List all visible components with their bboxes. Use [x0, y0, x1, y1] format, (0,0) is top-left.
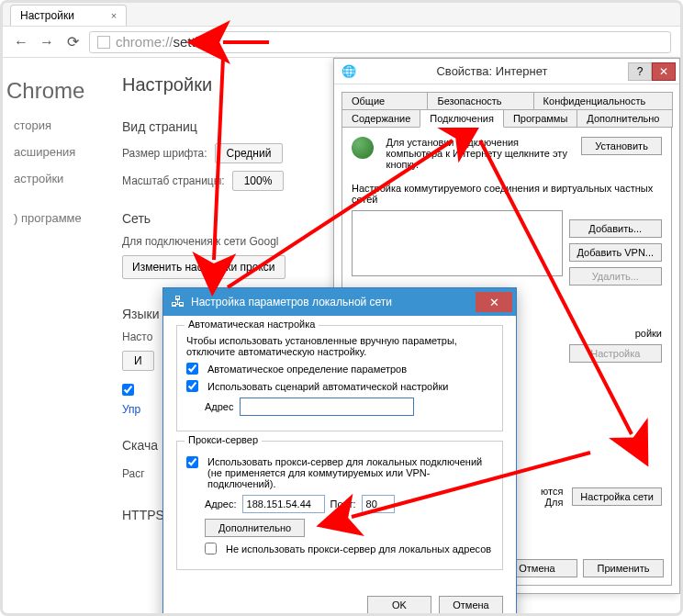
lan-ok-button[interactable]: OK: [367, 596, 431, 614]
tab-security[interactable]: Безопасность: [427, 92, 533, 110]
download-loc-label: Расг: [122, 467, 145, 480]
help-button[interactable]: ?: [628, 62, 652, 81]
tab-general[interactable]: Общие: [342, 92, 428, 110]
proxy-address-input[interactable]: [242, 495, 325, 513]
tab-content[interactable]: Содержание: [342, 109, 420, 128]
auto-detect-checkbox[interactable]: [186, 363, 198, 375]
proxy-port-label: Порт:: [330, 498, 356, 510]
auto-desc: Чтобы использовать установленные вручную…: [186, 335, 493, 357]
add-button[interactable]: Добавить...: [569, 219, 662, 238]
lan-title: Настройка параметров локальной сети: [191, 296, 476, 308]
inet-titlebar[interactable]: 🌐 Свойства: Интернет ? ✕: [334, 59, 679, 84]
reload-button[interactable]: ⟳: [63, 33, 82, 51]
script-address-label: Адрес: [205, 401, 234, 412]
inet-tabs: Общие Безопасность Конфиденциальность Со…: [342, 92, 672, 127]
inet-title: Свойства: Интернет: [356, 64, 628, 78]
browser-tab-bar: Настройки ×: [3, 3, 680, 27]
proxy-addr-label: Адрес:: [205, 498, 237, 510]
auto-config-group: Автоматическая настройка Чтобы использов…: [176, 325, 503, 431]
proxy-group-title: Прокси-сервер: [185, 434, 262, 445]
tab-programs[interactable]: Программы: [503, 109, 577, 128]
change-proxy-button[interactable]: Изменить настройки прокси: [122, 255, 286, 279]
use-proxy-checkbox[interactable]: [186, 456, 198, 468]
tab-privacy[interactable]: Конфиденциальность: [533, 92, 673, 110]
network-desc: Для подключения к сети Googl: [122, 235, 279, 248]
connections-listbox[interactable]: [352, 210, 563, 276]
lan-text1: ются: [541, 486, 563, 497]
lan-settings-button[interactable]: Настройка сети: [572, 487, 662, 506]
proxy-group: Прокси-сервер Использовать прокси-сервер…: [176, 441, 503, 570]
lang-checkbox[interactable]: [122, 384, 134, 396]
globe-icon: 🌐: [342, 64, 356, 79]
lan-cancel-button[interactable]: Отмена: [439, 596, 503, 614]
lan-titlebar[interactable]: 🖧 Настройка параметров локальной сети ✕: [163, 288, 516, 316]
page-title: Настройки: [122, 74, 315, 95]
tab-title: Настройки: [20, 9, 74, 22]
bypass-local-label: Не использовать прокси-сервер для локаль…: [226, 543, 491, 554]
script-address-input[interactable]: [240, 398, 414, 416]
close-icon[interactable]: ×: [111, 10, 117, 21]
auto-group-title: Автоматическая настройка: [185, 319, 319, 330]
address-input[interactable]: chrome://settings: [89, 31, 671, 53]
section-network: Сеть: [122, 211, 315, 226]
remove-button[interactable]: Удалить...: [569, 267, 662, 286]
zoom-label: Масштаб страницы:: [122, 174, 225, 187]
close-button[interactable]: ✕: [652, 62, 676, 81]
setup-button[interactable]: Установить: [581, 137, 662, 155]
font-size-select[interactable]: Средний: [215, 143, 284, 163]
proxy-advanced-button[interactable]: Дополнительно: [205, 519, 305, 537]
zoom-select[interactable]: 100%: [232, 171, 285, 191]
network-icon: 🖧: [171, 294, 185, 310]
back-button[interactable]: ←: [12, 33, 30, 51]
use-proxy-label: Использовать прокси-сервер для локальных…: [207, 456, 493, 489]
conn-settings-button[interactable]: Настройка: [569, 344, 662, 363]
forward-button[interactable]: →: [38, 33, 56, 51]
font-size-label: Размер шрифта:: [122, 147, 207, 160]
add-vpn-button[interactable]: Добавить VPN...: [569, 243, 662, 262]
lang-manage-link[interactable]: Упр: [122, 403, 140, 416]
proxy-port-input[interactable]: [362, 495, 395, 513]
url-path: settings: [174, 34, 221, 50]
tab-connections[interactable]: Подключения: [420, 109, 504, 128]
globe-icon: [352, 137, 374, 159]
dialup-label: Настройка коммутируемого соединения и ви…: [352, 183, 662, 205]
close-button[interactable]: ✕: [476, 292, 512, 312]
tab-advanced[interactable]: Дополнительно: [577, 109, 673, 128]
address-bar-row: ← → ⟳ chrome://settings: [3, 27, 680, 58]
auto-script-label: Использовать сценарий автоматической нас…: [207, 381, 448, 392]
setup-text: Для установки подключения компьютера к И…: [386, 137, 576, 170]
auto-script-checkbox[interactable]: [186, 380, 198, 392]
lan-settings-window: 🖧 Настройка параметров локальной сети ✕ …: [162, 287, 517, 616]
lang-change-button[interactable]: И: [122, 351, 154, 371]
auto-detect-label: Автоматическое определение параметров: [207, 364, 407, 375]
browser-tab[interactable]: Настройки ×: [10, 5, 127, 26]
settings-label-partial: ройки: [569, 328, 662, 339]
bypass-local-checkbox[interactable]: [205, 543, 217, 554]
page-icon: [97, 36, 110, 49]
lang-setting-label: Насто: [122, 330, 152, 343]
lan-text2: Для: [541, 497, 563, 508]
inet-apply-button[interactable]: Применить: [583, 559, 664, 577]
url-prefix: chrome://: [116, 34, 174, 50]
section-page-view: Вид страниц: [122, 119, 315, 134]
